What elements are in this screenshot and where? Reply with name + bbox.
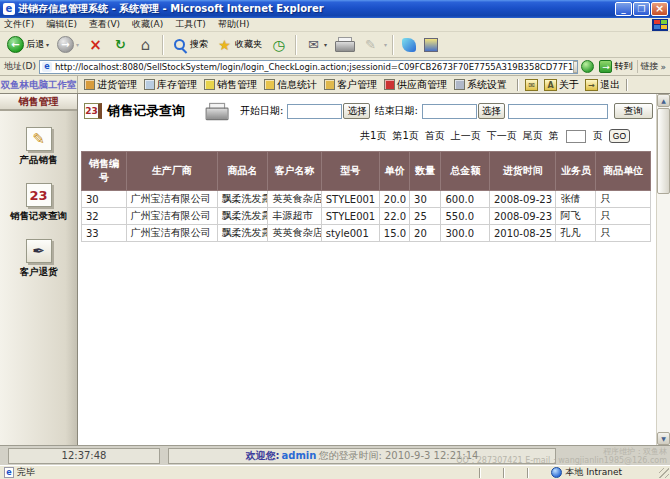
chevron-icon [660, 62, 666, 72]
links-toolbar[interactable]: 链接 [637, 60, 668, 73]
address-dropdown-icon[interactable]: ▼ [573, 61, 578, 73]
prev-page-link[interactable]: 上一页 [451, 129, 481, 143]
content-frame: 23 销售记录查询 开始日期: 选择 结束日期: 选择 查询 共1页 第1页 首… [78, 94, 656, 445]
main-area: 销售管理 ✎产品销售23销售记录查询✒客户退货 23 销售记录查询 开始日期: … [0, 94, 670, 445]
title-bar: e 进销存信息管理系统 - 系统管理 - Microsoft Internet … [0, 0, 670, 18]
last-page-link[interactable]: 尾页 [523, 129, 543, 143]
stop-button[interactable] [84, 35, 107, 54]
sidebar-item-sales-record-query[interactable]: 23销售记录查询 [0, 183, 77, 223]
print-button[interactable] [332, 36, 357, 53]
resize-grip[interactable] [659, 468, 669, 478]
discussion-button[interactable] [421, 37, 441, 53]
edit-button[interactable] [359, 35, 382, 54]
scroll-down-icon[interactable] [657, 432, 670, 445]
page-go-button[interactable]: GO [609, 129, 630, 143]
exit-label: 退出 [600, 78, 620, 92]
menu-item[interactable]: 查看(V) [89, 18, 120, 31]
menu-item[interactable]: 收藏(A) [132, 18, 163, 31]
page-number-input[interactable] [566, 130, 586, 143]
mail-dropdown-icon[interactable]: ▾ [324, 41, 327, 48]
nav-separator [626, 79, 628, 91]
table-row[interactable]: 33广州宝洁有限公司飘柔洗发露英英食杂店style00115.020300.02… [82, 225, 651, 242]
forward-icon [57, 36, 74, 53]
menu-item[interactable]: 文件(F) [4, 18, 34, 31]
nav-item-customer-management[interactable]: 客户管理 [324, 78, 377, 92]
favorites-button[interactable]: 收藏夹 [213, 35, 265, 54]
next-page-link[interactable]: 下一页 [487, 129, 517, 143]
sidebar-item-customer-returns[interactable]: ✒客户退货 [0, 239, 77, 279]
zone-text: 本地 Intranet [565, 466, 622, 479]
customer-returns-icon: ✒ [26, 239, 52, 263]
shortcut-icon[interactable] [525, 79, 538, 91]
customer-management-icon [324, 79, 335, 90]
table-cell: 32 [82, 208, 127, 225]
toolbar-separator [295, 35, 297, 55]
close-button[interactable] [651, 2, 668, 16]
back-dropdown-icon[interactable]: ▾ [46, 41, 49, 48]
filter-row: 23 销售记录查询 开始日期: 选择 结束日期: 选择 查询 [78, 94, 656, 120]
table-cell: 飘柔洗发露 [217, 225, 268, 242]
restore-button[interactable] [633, 2, 650, 16]
address-input[interactable]: e http://localhost:8080/SellStockSystem/… [39, 60, 579, 74]
window-title: 进销存信息管理系统 - 系统管理 - Microsoft Internet Ex… [18, 2, 615, 16]
menu-item[interactable]: 帮助(H) [218, 18, 250, 31]
keyword-input[interactable] [508, 104, 608, 119]
scroll-up-icon[interactable] [657, 94, 670, 107]
home-button[interactable] [134, 35, 157, 54]
contact-text: QQ：287307421 E-mail：wangjianlin1985@126.… [456, 456, 667, 465]
messenger-icon [402, 38, 416, 52]
nav-item-supplier-management[interactable]: 供应商管理 [384, 78, 447, 92]
forward-button[interactable]: ▾ [54, 35, 82, 54]
addon-icon[interactable] [581, 60, 594, 73]
start-date-select-button[interactable]: 选择 [343, 103, 370, 119]
search-button[interactable]: 搜索 [169, 36, 211, 54]
table-cell: 22.0 [379, 208, 409, 225]
column-header: 业务员 [556, 152, 596, 191]
nav-item-info-statistics[interactable]: 信息统计 [264, 78, 317, 92]
scrollbar-thumb[interactable] [657, 108, 670, 194]
nav-item-label: 进货管理 [97, 78, 137, 92]
nav-item-exit[interactable]: 退出 [585, 78, 620, 92]
query-button[interactable]: 查询 [614, 103, 653, 119]
menu-item[interactable]: 编辑(E) [46, 18, 77, 31]
back-button[interactable]: 后退 ▾ [4, 35, 52, 54]
nav-items: 进货管理库存管理销售管理信息统计客户管理供应商管理系统设置 [78, 78, 507, 92]
minimize-button[interactable] [615, 2, 632, 16]
menu-item[interactable]: 工具(T) [175, 18, 206, 31]
go-label: 转到 [614, 60, 632, 73]
nav-item-stock-management[interactable]: 库存管理 [144, 78, 197, 92]
messenger-button[interactable] [399, 37, 419, 53]
go-button[interactable]: 转到 [597, 60, 634, 73]
status-separator [527, 468, 529, 478]
status-separator [503, 468, 505, 478]
end-date-select-button[interactable]: 选择 [478, 103, 505, 119]
refresh-button[interactable] [109, 35, 132, 54]
printer-icon[interactable] [206, 102, 228, 119]
nav-item-system-settings[interactable]: 系统设置 [454, 78, 507, 92]
nav-item-about[interactable]: 关于 [544, 78, 579, 92]
sidebar-item-label: 产品销售 [0, 154, 77, 167]
stock-management-icon [144, 79, 155, 90]
browser-toolbar: 后退 ▾ ▾ 搜索 收藏夹 ▾ ▾ [0, 32, 670, 58]
nav-item-sales-management[interactable]: 销售管理 [204, 78, 257, 92]
mail-button[interactable]: ▾ [302, 35, 330, 54]
column-header: 总金额 [441, 152, 489, 191]
forward-dropdown-icon[interactable]: ▾ [76, 41, 79, 48]
start-date-input[interactable] [287, 104, 342, 119]
end-date-input[interactable] [422, 104, 477, 119]
address-bar: 地址(D) e http://localhost:8080/SellStockS… [0, 58, 670, 76]
table-row[interactable]: 32广州宝洁有限公司飘柔洗发露丰源超市STYLE00122.025550.020… [82, 208, 651, 225]
table-row[interactable]: 30广州宝洁有限公司飘柔洗发露英英食杂店STYLE00120.030600.02… [82, 191, 651, 208]
history-button[interactable] [267, 35, 290, 54]
end-date-label: 结束日期: [374, 104, 417, 118]
table-cell: 25 [410, 208, 441, 225]
sidebar: 销售管理 ✎产品销售23销售记录查询✒客户退货 [0, 94, 78, 445]
first-page-link[interactable]: 首页 [425, 129, 445, 143]
nav-item-purchase-management[interactable]: 进货管理 [84, 78, 137, 92]
edit-dropdown-icon[interactable]: ▾ [384, 41, 387, 48]
toolbar-separator [392, 35, 394, 55]
back-label: 后退 [26, 38, 44, 51]
vertical-scrollbar[interactable] [656, 94, 670, 445]
maintainer-text: 程序维护：双鱼林 [603, 447, 667, 456]
sidebar-item-product-sales[interactable]: ✎产品销售 [0, 127, 77, 167]
